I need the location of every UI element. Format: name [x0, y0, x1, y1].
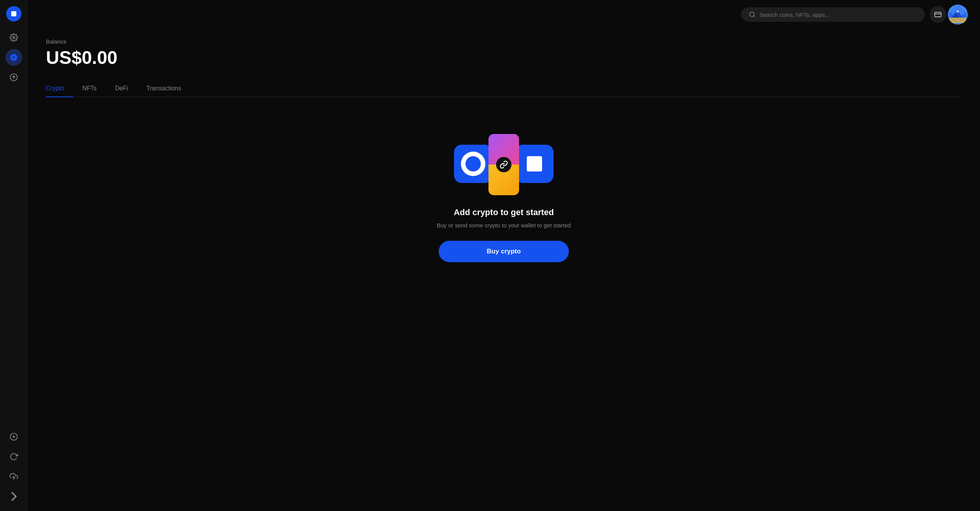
square-card-icon — [515, 145, 554, 183]
svg-rect-17 — [949, 18, 966, 23]
wallet-icon — [934, 11, 942, 18]
search-icon — [749, 11, 756, 18]
svg-rect-22 — [527, 156, 542, 171]
svg-rect-9 — [935, 12, 941, 17]
tab-nfts[interactable]: NFTs — [73, 80, 106, 97]
app-logo[interactable] — [6, 6, 21, 21]
sidebar-item-refresh[interactable] — [5, 448, 22, 465]
sidebar-item-settings[interactable] — [5, 29, 22, 46]
sidebar — [0, 0, 28, 511]
svg-point-20 — [466, 156, 481, 171]
search-bar[interactable] — [741, 7, 925, 22]
svg-point-1 — [13, 36, 15, 39]
sidebar-item-portfolio[interactable] — [5, 49, 22, 66]
crypto-illustration — [450, 134, 557, 195]
main-content: Balance US$0.00 Crypto NFTs DeFi Transac… — [28, 0, 980, 511]
search-input[interactable] — [760, 11, 917, 18]
tab-defi[interactable]: DeFi — [106, 80, 137, 97]
sidebar-item-add[interactable] — [5, 428, 22, 445]
sidebar-item-upload[interactable] — [5, 468, 22, 485]
tab-transactions[interactable]: Transactions — [137, 80, 190, 97]
balance-label: Balance — [46, 38, 962, 45]
avatar[interactable] — [948, 5, 968, 24]
sidebar-bottom — [5, 428, 22, 505]
empty-state-subtitle: Buy or send some crypto to your wallet t… — [437, 222, 571, 229]
wallet-button[interactable] — [929, 6, 946, 23]
header — [28, 0, 980, 29]
tab-crypto[interactable]: Crypto — [46, 80, 73, 97]
sidebar-item-swap[interactable] — [5, 69, 22, 86]
balance-amount: US$0.00 — [46, 47, 962, 68]
sidebar-expand-button[interactable] — [5, 488, 22, 505]
empty-state-title: Add crypto to get started — [454, 207, 554, 217]
content-area: Balance US$0.00 Crypto NFTs DeFi Transac… — [28, 29, 980, 511]
chain-link-icon — [496, 157, 511, 172]
empty-state: Add crypto to get started Buy or send so… — [46, 116, 962, 281]
svg-line-8 — [753, 16, 755, 17]
coinbase-card-icon — [454, 145, 492, 183]
svg-point-7 — [750, 12, 754, 16]
avatar-image — [948, 5, 968, 24]
tabs: Crypto NFTs DeFi Transactions — [46, 80, 962, 97]
svg-rect-0 — [11, 11, 16, 16]
buy-crypto-button[interactable]: Buy crypto — [439, 241, 569, 262]
header-actions — [929, 6, 968, 23]
